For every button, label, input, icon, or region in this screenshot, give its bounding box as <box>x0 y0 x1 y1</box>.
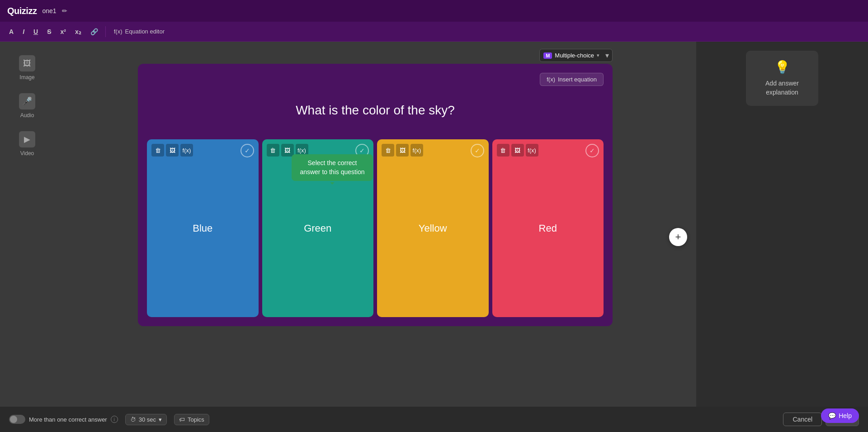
text-color-button[interactable]: A <box>5 26 17 37</box>
topics-label: Topics <box>188 416 204 423</box>
answer-blue-toolbar: 🗑 🖼 f(x) <box>151 144 193 157</box>
question-type-selector[interactable]: M Multiple-choice ▾ <box>539 49 613 62</box>
right-panel: 💡 Add answer explanation <box>696 42 868 432</box>
answer-yellow-delete-button[interactable]: 🗑 <box>382 144 394 157</box>
equation-editor-label: Equation editor <box>125 28 165 35</box>
italic-button[interactable]: I <box>19 26 28 37</box>
insert-equation-label: Insert equation <box>558 76 597 83</box>
answer-blue-delete-button[interactable]: 🗑 <box>151 144 164 157</box>
sidebar-item-video[interactable]: ▶ Video <box>9 127 45 161</box>
select-answer-tooltip: Select the correct answer to this questi… <box>292 154 373 181</box>
answer-card-yellow[interactable]: 🗑 🖼 f(x) Yellow ✓ <box>377 139 489 317</box>
timer-icon: ⏱ <box>130 416 136 423</box>
chevron-down-icon: ▾ <box>597 52 599 58</box>
multiple-correct-toggle: More than one correct answer i <box>9 415 118 424</box>
bulb-icon: 💡 <box>774 60 790 75</box>
sidebar-item-audio-label: Audio <box>20 112 34 119</box>
timer-button[interactable]: ⏱ 30 sec ▾ <box>125 414 167 425</box>
answer-green-label: Green <box>304 223 331 234</box>
main-content: 🖼 Image 🎤 Audio ▶ Video M Multiple-choic… <box>0 42 868 432</box>
answer-green-delete-button[interactable]: 🗑 <box>267 144 279 157</box>
answer-card-red[interactable]: 🗑 🖼 f(x) Red ✓ <box>492 139 604 317</box>
answer-red-toolbar: 🗑 🖼 f(x) <box>497 144 538 157</box>
question-card: f(x) Insert equation What is the color o… <box>138 64 613 326</box>
tooltip-text: Select the correct answer to this questi… <box>300 159 364 176</box>
answer-yellow-label: Yellow <box>419 223 447 234</box>
answer-green-image-button[interactable]: 🖼 <box>281 144 294 157</box>
app-logo: Quizizz <box>7 6 37 16</box>
toggle-thumb <box>10 416 17 423</box>
answer-red-check[interactable]: ✓ <box>585 144 599 157</box>
question-type-label: Multiple-choice <box>555 52 594 59</box>
question-text-content: What is the color of the sky? <box>296 103 455 117</box>
timer-chevron-icon: ▾ <box>159 416 162 423</box>
answer-red-equation-button[interactable]: f(x) <box>526 144 538 157</box>
question-text[interactable]: What is the color of the sky? <box>147 90 604 136</box>
tag-icon: 🏷 <box>179 416 185 423</box>
sidebar-item-video-label: Video <box>20 150 34 157</box>
cancel-button[interactable]: Cancel <box>783 413 822 426</box>
equation-icon: f(x) <box>114 28 123 35</box>
question-type-row: M Multiple-choice ▾ <box>138 49 613 62</box>
question-type-badge: M <box>543 52 552 59</box>
superscript-button[interactable]: x² <box>57 26 69 37</box>
answer-blue-label: Blue <box>193 223 212 234</box>
quiz-name: one1 <box>42 7 56 14</box>
answer-blue-image-button[interactable]: 🖼 <box>166 144 179 157</box>
timer-label: 30 sec <box>139 416 156 423</box>
left-sidebar: 🖼 Image 🎤 Audio ▶ Video <box>0 42 54 432</box>
type-selector-container: M Multiple-choice ▾ <box>539 49 613 62</box>
toolbar: A I U S x² x₂ 🔗 f(x) Equation editor <box>0 22 868 42</box>
subscript-button[interactable]: x₂ <box>71 26 85 37</box>
answer-card-blue[interactable]: 🗑 🖼 f(x) Blue ✓ <box>147 139 259 317</box>
answer-blue-check[interactable]: ✓ <box>241 144 254 157</box>
sidebar-item-image-label: Image <box>19 74 34 81</box>
video-icon: ▶ <box>19 131 35 147</box>
topics-button[interactable]: 🏷 Topics <box>174 414 209 425</box>
add-slide-button[interactable]: + <box>669 228 687 246</box>
answer-yellow-check[interactable]: ✓ <box>471 144 484 157</box>
answer-blue-equation-button[interactable]: f(x) <box>180 144 193 157</box>
toggle-circle[interactable] <box>9 415 25 424</box>
answer-red-delete-button[interactable]: 🗑 <box>497 144 509 157</box>
insert-equation-button[interactable]: f(x) Insert equation <box>540 73 604 86</box>
top-nav: Quizizz one1 ✏ <box>0 0 868 22</box>
multiple-correct-label: More than one correct answer <box>29 416 107 423</box>
answer-yellow-image-button[interactable]: 🖼 <box>396 144 409 157</box>
add-explanation-label: Add answer explanation <box>755 79 809 97</box>
bottom-bar: More than one correct answer i ⏱ 30 sec … <box>0 407 868 432</box>
answer-red-label: Red <box>539 223 557 234</box>
equation-editor-button[interactable]: f(x) Equation editor <box>109 26 169 37</box>
underline-button[interactable]: U <box>30 26 42 37</box>
sidebar-item-image[interactable]: 🖼 Image <box>9 51 45 85</box>
answers-grid: 🗑 🖼 f(x) Blue ✓ 🗑 🖼 f(x) Green ✓ <box>147 139 604 317</box>
sidebar-item-audio[interactable]: 🎤 Audio <box>9 89 45 123</box>
answer-yellow-toolbar: 🗑 🖼 f(x) <box>382 144 423 157</box>
audio-icon: 🎤 <box>19 93 35 109</box>
info-icon[interactable]: i <box>111 416 118 423</box>
toolbar-divider <box>105 26 106 37</box>
chat-icon: 💬 <box>828 412 836 419</box>
add-explanation-button[interactable]: 💡 Add answer explanation <box>746 51 818 106</box>
help-button[interactable]: 💬 Help <box>821 408 859 423</box>
link-button[interactable]: 🔗 <box>87 26 102 37</box>
help-label: Help <box>839 412 852 419</box>
equation-small-icon: f(x) <box>547 76 555 83</box>
strikethrough-button[interactable]: S <box>43 26 55 37</box>
center-editor: M Multiple-choice ▾ f(x) Insert equation… <box>54 42 696 432</box>
answer-red-image-button[interactable]: 🖼 <box>511 144 524 157</box>
edit-icon[interactable]: ✏ <box>62 7 67 14</box>
image-icon: 🖼 <box>19 55 35 71</box>
answer-yellow-equation-button[interactable]: f(x) <box>410 144 423 157</box>
